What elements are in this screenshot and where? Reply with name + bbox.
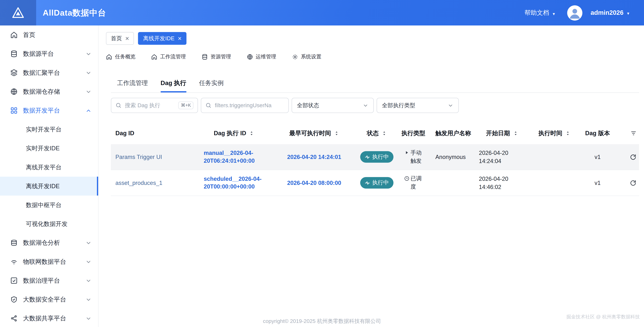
earliest-time-link[interactable]: 2026-04-20 14:24:01	[287, 153, 341, 161]
exec-type-filter-select[interactable]: 全部执行类型	[376, 98, 459, 113]
chevron-down-icon	[85, 70, 92, 76]
tab-task-instance[interactable]: 任务实例	[199, 79, 224, 92]
sidebar-item-visual-development[interactable]: 可视化数据开发	[0, 214, 98, 233]
user-icon	[567, 5, 582, 20]
sidebar-child-label: 可视化数据开发	[26, 220, 68, 228]
sidebar-item-data-hub[interactable]: 数据中枢平台	[0, 196, 98, 214]
workspace-tab-offline-ide[interactable]: 离线开发IDE	[138, 32, 187, 45]
shield-icon	[10, 296, 18, 303]
sidebar-child-label: 实时开发平台	[26, 126, 62, 133]
avatar[interactable]	[567, 5, 582, 20]
sidebar-item-label: 数据汇聚平台	[23, 69, 60, 77]
module-nav-label: 运维管理	[256, 54, 276, 60]
module-nav-resource-mgmt[interactable]: 资源管理	[202, 54, 231, 60]
dag-run-id-link[interactable]: scheduled__2026-04-20T00:00:00+00:00	[204, 175, 271, 190]
module-nav-workflow-mgmt[interactable]: 工作流管理	[151, 54, 186, 60]
tab-label: 工作流管理	[117, 79, 148, 86]
sidebar-item-datasource[interactable]: 数据源平台	[0, 44, 98, 63]
earliest-time-link[interactable]: 2026-04-20 08:00:00	[287, 179, 341, 186]
sidebar-item-data-governance[interactable]: 数据治理平台	[0, 271, 98, 290]
sidebar-item-realtime-platform[interactable]: 实时开发平台	[0, 120, 98, 139]
dag-version-label: v1	[594, 154, 600, 160]
triggering-user-search-box	[201, 98, 289, 113]
globe-icon	[247, 54, 253, 60]
module-nav-system-settings[interactable]: 系统设置	[292, 54, 321, 60]
chevron-down-icon	[85, 240, 92, 246]
status-filter-value: 全部状态	[297, 102, 319, 109]
sidebar-child-label: 实时开发IDE	[26, 144, 60, 152]
module-nav-task-overview[interactable]: 任务概览	[106, 54, 136, 60]
tab-workflow-mgmt[interactable]: 工作流管理	[117, 79, 148, 92]
check-square-icon	[10, 277, 18, 284]
sidebar-item-label: 首页	[23, 31, 35, 39]
caret-right-icon	[404, 150, 409, 155]
module-nav-label: 任务概览	[115, 54, 136, 60]
sort-icon[interactable]	[249, 130, 254, 136]
workspace-tab-label: 离线开发IDE	[143, 35, 174, 42]
sidebar-item-offline-ide[interactable]: 离线开发IDE	[0, 177, 98, 196]
sort-icon[interactable]	[334, 130, 339, 136]
table-row[interactable]: Params Trigger UI manual__2026-04-20T06:…	[111, 144, 639, 170]
dag-run-id-link[interactable]: manual__2026-04-20T06:24:01+00:00	[204, 149, 271, 165]
search-icon	[116, 102, 122, 108]
column-label: Dag ID	[116, 130, 134, 136]
sidebar-item-offline-platform[interactable]: 离线开发平台	[0, 158, 98, 176]
tab-label: Dag 执行	[160, 79, 186, 86]
table-row[interactable]: asset_produces_1 scheduled__2026-04-20T0…	[111, 170, 639, 196]
col-earliest-time[interactable]: 最早可执行时间	[271, 129, 358, 137]
sidebar-item-lakehouse-analysis[interactable]: 数据湖仓分析	[0, 233, 98, 252]
clock-icon	[404, 176, 409, 181]
sidebar-child-label: 离线开发IDE	[26, 182, 60, 190]
status-filter-select[interactable]: 全部状态	[292, 98, 374, 113]
triangle-logo-icon	[11, 6, 25, 20]
workspace-tab-home[interactable]: 首页	[106, 32, 134, 45]
table-header-row: Dag ID Dag 执行 ID 最早可执行时间 状态	[111, 122, 639, 144]
dag-run-search-input[interactable]	[125, 102, 175, 108]
col-dag-run-id[interactable]: Dag 执行 ID	[197, 129, 271, 137]
activity-icon	[365, 154, 370, 160]
sidebar-item-label: 数据源平台	[23, 50, 54, 58]
activity-icon	[365, 180, 370, 186]
col-exec-time[interactable]: 执行时间	[530, 129, 579, 137]
sidebar-item-lakehouse-storage[interactable]: 数据湖仓存储	[0, 82, 98, 101]
dag-id-link[interactable]: asset_produces_1	[116, 180, 162, 186]
col-start-date[interactable]: 开始日期	[474, 129, 530, 137]
sidebar-item-home[interactable]: 首页	[0, 26, 98, 44]
tabs-divider	[111, 92, 639, 93]
caret-down-icon	[552, 9, 556, 16]
exec-type-label: 已调度	[410, 174, 423, 191]
chevron-up-icon	[85, 108, 92, 114]
sort-icon[interactable]	[382, 130, 387, 136]
exec-type-cell: 已调度	[404, 174, 423, 191]
close-icon[interactable]	[125, 35, 129, 42]
sidebar-item-data-development[interactable]: 数据开发平台	[0, 101, 98, 120]
triggering-user-input[interactable]	[215, 102, 284, 108]
sidebar-child-label: 数据中枢平台	[26, 201, 62, 209]
sort-icon[interactable]	[513, 130, 518, 136]
chevron-down-icon	[363, 102, 368, 108]
filter-icon[interactable]	[630, 130, 636, 136]
sidebar-item-data-aggregation[interactable]: 数据汇聚平台	[0, 63, 98, 82]
refresh-icon[interactable]	[630, 180, 636, 186]
sidebar-item-bigdata-sharing[interactable]: 大数据共享平台	[0, 309, 98, 327]
refresh-icon[interactable]	[630, 154, 636, 160]
status-label: 执行中	[372, 153, 389, 161]
close-icon[interactable]	[178, 35, 182, 42]
user-menu[interactable]: admin2026	[590, 9, 630, 16]
sidebar-item-realtime-ide[interactable]: 实时开发IDE	[0, 139, 98, 158]
chevron-down-icon	[85, 278, 92, 284]
brand-title: AllData数据中台	[43, 7, 106, 18]
status-label: 执行中	[372, 179, 389, 186]
dag-id-link[interactable]: Params Trigger UI	[116, 154, 162, 160]
sidebar-item-bigdata-security[interactable]: 大数据安全平台	[0, 290, 98, 309]
dag-version-label: v1	[594, 180, 600, 186]
globe-icon	[10, 88, 18, 95]
col-dag-id: Dag ID	[111, 130, 197, 136]
tab-dag-run[interactable]: Dag 执行	[160, 79, 186, 92]
help-docs-menu[interactable]: 帮助文档	[524, 9, 556, 17]
col-status[interactable]: 状态	[358, 129, 396, 137]
sidebar-item-iot-platform[interactable]: 物联网数据平台	[0, 252, 98, 271]
module-nav-ops-mgmt[interactable]: 运维管理	[247, 54, 276, 60]
sort-icon[interactable]	[565, 130, 570, 136]
col-exec-type: 执行类型	[396, 129, 430, 137]
